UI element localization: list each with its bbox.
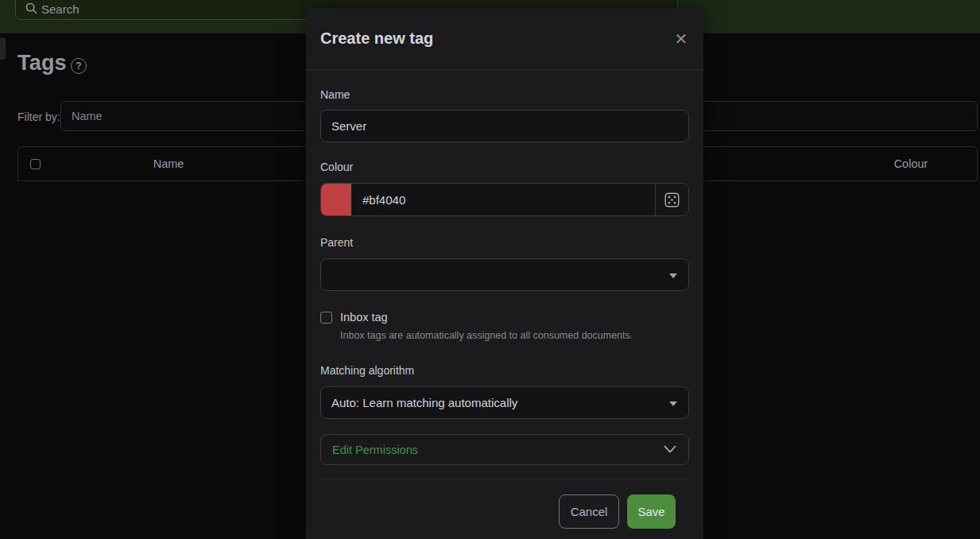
- name-field[interactable]: [320, 110, 689, 142]
- modal-title: Create new tag: [320, 29, 433, 48]
- help-icon[interactable]: ?: [71, 58, 87, 74]
- parent-select[interactable]: [320, 258, 689, 291]
- caret-down-icon: [669, 401, 677, 406]
- edit-permissions-accordion[interactable]: Edit Permissions: [320, 434, 689, 465]
- inbox-tag-row: Inbox tag: [320, 309, 689, 325]
- colour-hex-field[interactable]: [351, 184, 655, 215]
- app-screen: Tags ? Filter by: Name Colour Create new…: [0, 0, 980, 539]
- sidebar-edge-tab: [0, 37, 6, 60]
- colour-label: Colour: [320, 161, 689, 175]
- matching-algorithm-select[interactable]: Auto: Learn matching automatically: [320, 386, 689, 419]
- inbox-tag-label: Inbox tag: [340, 311, 388, 324]
- colour-input-group: [320, 183, 689, 216]
- filter-by-label: Filter by:: [17, 111, 60, 123]
- name-label: Name: [320, 88, 689, 103]
- matching-algorithm-label: Matching algorithm: [320, 364, 689, 378]
- chevron-down-icon: [663, 444, 677, 454]
- save-button[interactable]: Save: [627, 494, 676, 529]
- inbox-tag-checkbox[interactable]: [320, 312, 332, 324]
- close-icon[interactable]: ✕: [671, 29, 691, 49]
- colour-swatch[interactable]: [321, 184, 351, 215]
- modal-header: Create new tag ✕: [306, 8, 703, 70]
- dice-icon: [664, 192, 680, 207]
- cancel-button[interactable]: Cancel: [559, 494, 619, 529]
- modal-footer: Cancel Save: [320, 479, 689, 529]
- create-tag-modal: Create new tag ✕ Name Colour: [306, 8, 703, 539]
- column-header-colour[interactable]: Colour: [855, 157, 966, 170]
- column-header-name[interactable]: Name: [89, 157, 248, 170]
- modal-body: Name Colour Parent: [306, 88, 703, 529]
- parent-label: Parent: [320, 236, 689, 250]
- edit-permissions-label: Edit Permissions: [332, 444, 418, 456]
- matching-algorithm-value: Auto: Learn matching automatically: [331, 396, 517, 409]
- random-colour-button[interactable]: [655, 184, 688, 215]
- inbox-tag-hint: Inbox tags are automatically assigned to…: [340, 330, 689, 343]
- page-title: Tags: [17, 51, 67, 76]
- select-all-checkbox[interactable]: [30, 159, 41, 169]
- search-icon: [25, 2, 37, 14]
- caret-down-icon: [669, 273, 677, 278]
